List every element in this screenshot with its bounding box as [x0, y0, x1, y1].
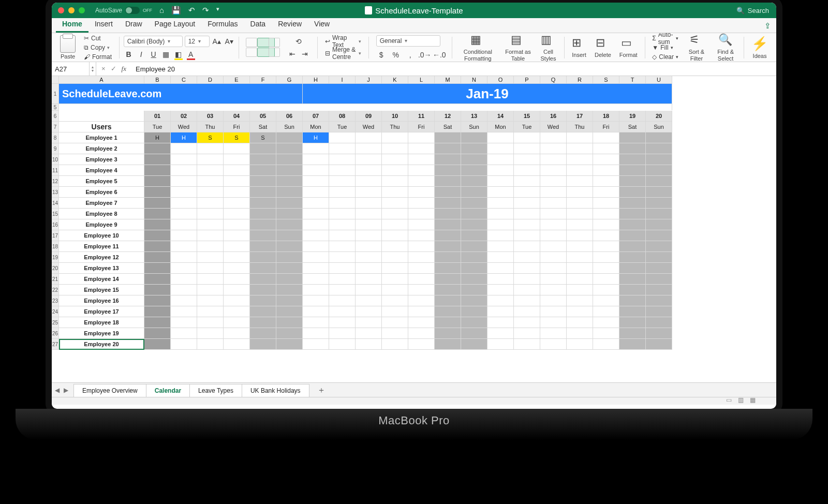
leave-cell[interactable]: [382, 295, 408, 306]
leave-cell[interactable]: [144, 165, 171, 176]
leave-cell[interactable]: [171, 328, 197, 339]
leave-cell[interactable]: [382, 285, 408, 295]
leave-cell[interactable]: [567, 317, 593, 328]
col-header-R[interactable]: R: [567, 76, 593, 84]
border-button[interactable]: ▦: [161, 49, 171, 60]
leave-cell[interactable]: [329, 252, 356, 263]
col-header-M[interactable]: M: [435, 76, 461, 84]
leave-cell[interactable]: [382, 230, 408, 241]
leave-cell[interactable]: [408, 132, 435, 143]
leave-cell[interactable]: [250, 219, 276, 230]
employee-name[interactable]: Employee 8: [59, 209, 144, 219]
leave-cell[interactable]: [514, 328, 540, 339]
number-format-select[interactable]: General▾: [376, 35, 440, 47]
leave-cell[interactable]: [303, 241, 329, 252]
leave-cell[interactable]: [171, 209, 197, 219]
leave-cell[interactable]: [646, 132, 672, 143]
leave-cell[interactable]: [356, 132, 382, 143]
leave-cell[interactable]: [144, 154, 171, 165]
leave-cell[interactable]: [224, 252, 250, 263]
leave-cell[interactable]: [619, 328, 646, 339]
leave-cell[interactable]: [224, 317, 250, 328]
leave-cell[interactable]: [487, 263, 514, 274]
leave-cell[interactable]: [250, 274, 276, 285]
leave-cell[interactable]: [435, 306, 461, 317]
copy-button[interactable]: ⧉Copy▾: [84, 43, 110, 52]
font-color-button[interactable]: A: [186, 49, 196, 60]
leave-cell[interactable]: [593, 165, 619, 176]
leave-cell[interactable]: [619, 317, 646, 328]
leave-cell[interactable]: [144, 176, 171, 187]
leave-cell[interactable]: [540, 252, 567, 263]
leave-cell[interactable]: [303, 274, 329, 285]
leave-cell[interactable]: [646, 198, 672, 209]
leave-cell[interactable]: [171, 306, 197, 317]
leave-cell[interactable]: [171, 176, 197, 187]
leave-cell[interactable]: [197, 285, 224, 295]
sheet-tab-leave-types[interactable]: Leave Types: [189, 384, 242, 397]
leave-cell[interactable]: [435, 339, 461, 350]
leave-cell[interactable]: [567, 230, 593, 241]
row-header[interactable]: 17: [52, 230, 59, 241]
col-header-J[interactable]: J: [356, 76, 382, 84]
leave-cell[interactable]: [329, 295, 356, 306]
leave-cell[interactable]: [487, 230, 514, 241]
employee-name[interactable]: Employee 15: [59, 285, 144, 295]
col-header-N[interactable]: N: [461, 76, 487, 84]
leave-cell[interactable]: [567, 143, 593, 154]
row-header[interactable]: 16: [52, 219, 59, 230]
leave-cell[interactable]: [540, 306, 567, 317]
row-header[interactable]: 12: [52, 176, 59, 187]
leave-cell[interactable]: [329, 143, 356, 154]
leave-cell[interactable]: [487, 165, 514, 176]
leave-cell[interactable]: [514, 230, 540, 241]
leave-cell[interactable]: [435, 241, 461, 252]
leave-cell[interactable]: [646, 154, 672, 165]
paste-icon[interactable]: [60, 35, 76, 53]
ideas-button[interactable]: ⚡Ideas: [748, 36, 771, 59]
select-all-corner[interactable]: [52, 76, 59, 84]
leave-cell[interactable]: [435, 274, 461, 285]
leave-cell[interactable]: [329, 317, 356, 328]
leave-cell[interactable]: [356, 143, 382, 154]
row-header[interactable]: 18: [52, 241, 59, 252]
leave-cell[interactable]: [461, 274, 487, 285]
leave-cell[interactable]: [646, 339, 672, 350]
decrease-decimal-button[interactable]: ←.0: [434, 50, 445, 60]
col-header-K[interactable]: K: [382, 76, 408, 84]
leave-cell[interactable]: [329, 219, 356, 230]
leave-cell[interactable]: [408, 198, 435, 209]
leave-cell[interactable]: [171, 263, 197, 274]
fill-color-button[interactable]: ◧: [173, 49, 184, 60]
leave-cell[interactable]: [224, 295, 250, 306]
leave-cell[interactable]: [408, 317, 435, 328]
leave-cell[interactable]: [144, 252, 171, 263]
leave-cell[interactable]: [567, 198, 593, 209]
leave-cell[interactable]: [461, 306, 487, 317]
leave-cell[interactable]: [435, 209, 461, 219]
fill-button[interactable]: ▼Fill▾: [652, 43, 673, 52]
leave-cell[interactable]: [593, 209, 619, 219]
leave-cell[interactable]: [303, 252, 329, 263]
col-header-G[interactable]: G: [276, 76, 303, 84]
employee-name[interactable]: Employee 14: [59, 274, 144, 285]
leave-cell[interactable]: [514, 317, 540, 328]
leave-cell[interactable]: [408, 263, 435, 274]
leave-cell[interactable]: [619, 132, 646, 143]
leave-cell[interactable]: [250, 165, 276, 176]
leave-cell[interactable]: [356, 219, 382, 230]
row-header[interactable]: 20: [52, 263, 59, 274]
leave-cell[interactable]: [567, 176, 593, 187]
leave-cell[interactable]: [593, 317, 619, 328]
add-sheet-button[interactable]: ＋: [309, 382, 334, 398]
row-header[interactable]: 14: [52, 198, 59, 209]
leave-cell[interactable]: [276, 165, 303, 176]
leave-cell[interactable]: [408, 339, 435, 350]
leave-cell[interactable]: [224, 219, 250, 230]
leave-cell[interactable]: [540, 274, 567, 285]
leave-cell[interactable]: [408, 328, 435, 339]
leave-cell[interactable]: [224, 230, 250, 241]
increase-decimal-button[interactable]: .0→: [420, 50, 430, 60]
employee-name[interactable]: Employee 20: [59, 339, 144, 350]
leave-cell[interactable]: [593, 176, 619, 187]
